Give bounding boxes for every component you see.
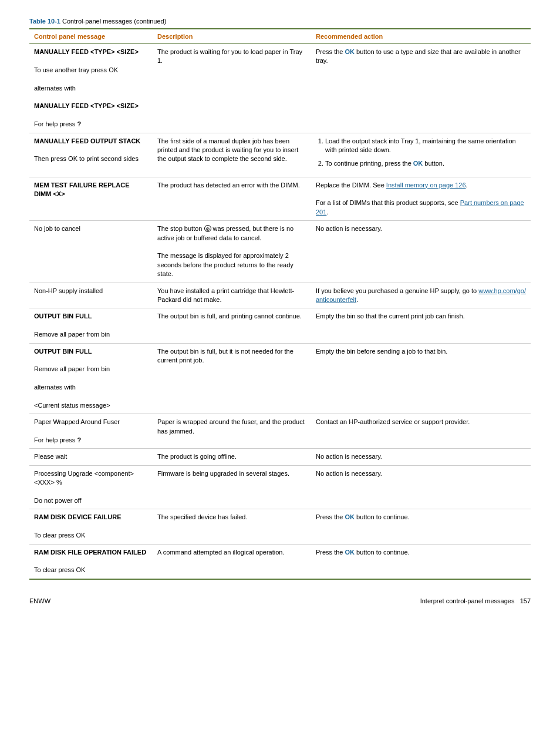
table-row: MANUALLY FEED OUTPUT STACK Then press OK…: [29, 133, 531, 177]
message-text: Please wait: [34, 452, 148, 461]
table-label: Table 10-1: [29, 18, 60, 25]
message-sub: Do not power off: [34, 488, 148, 506]
action-text: If you believe you purchased a genuine H…: [316, 287, 526, 303]
description-cell: The first side of a manual duplex job ha…: [153, 133, 311, 177]
table-row: OUTPUT BIN FULL Remove all paper from bi…: [29, 308, 531, 343]
footer-page-number: 157: [520, 597, 531, 604]
action-cell: Replace the DIMM. See Install memory on …: [311, 177, 531, 221]
action-text: No action is necessary.: [316, 470, 382, 477]
col-header-action: Recommended action: [311, 29, 531, 44]
action-cell: Press the OK button to continue.: [311, 544, 531, 579]
hp-anticounterfeit-link[interactable]: www.hp.com/go/anticounterfeit: [316, 287, 526, 303]
action-text: Press the OK button to continue.: [316, 513, 410, 520]
message-alt-label: alternates with: [34, 374, 148, 392]
description-text-1: The stop button ⊗ was pressed, but there…: [157, 224, 306, 243]
message-text: RAM DISK DEVICE FAILURE: [34, 513, 148, 522]
action-cell: Empty the bin before sending a job to th…: [311, 343, 531, 414]
action-cell: Load the output stack into Tray 1, maint…: [311, 133, 531, 177]
description-cell: You have installed a print cartridge tha…: [153, 283, 311, 308]
message-cell: RAM DISK DEVICE FAILURE To clear press O…: [29, 509, 153, 544]
footer-left: ENWW: [29, 597, 50, 604]
message-alt-text: MANUALLY FEED <TYPE> <SIZE>: [34, 93, 148, 111]
ok-label: OK: [413, 160, 423, 167]
description-text: The product is going offline.: [157, 453, 237, 460]
message-text: Paper Wrapped Around Fuser: [34, 418, 148, 426]
action-cell: Press the OK button to continue.: [311, 509, 531, 544]
message-text: RAM DISK FILE OPERATION FAILED: [34, 548, 148, 557]
description-cell: The specified device has failed.: [153, 509, 311, 544]
message-text: OUTPUT BIN FULL: [34, 347, 148, 356]
message-cell: MEM TEST FAILURE REPLACE DIMM <X>: [29, 177, 153, 221]
action-list: Load the output stack into Tray 1, maint…: [316, 137, 526, 169]
control-panel-messages-table: Control panel message Description Recomm…: [29, 28, 531, 580]
ok-label: OK: [345, 48, 355, 55]
message-cell: Processing Upgrade <component><XXX> % Do…: [29, 465, 153, 509]
action-list-item: To continue printing, press the OK butto…: [325, 159, 526, 168]
message-help: For help press ?: [34, 111, 148, 129]
action-text: Contact an HP-authorized service or supp…: [316, 418, 470, 425]
message-sub: To clear press OK: [34, 557, 148, 575]
action-text: Press the OK button to use a type and si…: [316, 48, 521, 64]
stop-icon: ⊗: [204, 225, 211, 232]
message-sub: Remove all paper from bin: [34, 356, 148, 374]
description-text: Paper is wrapped around the fuser, and t…: [157, 418, 305, 434]
message-text: Non-HP supply installed: [34, 287, 148, 295]
description-cell: The product has detected an error with t…: [153, 177, 311, 221]
message-sub: To use another tray press OK: [34, 56, 148, 75]
table-row: RAM DISK DEVICE FAILURE To clear press O…: [29, 509, 531, 544]
message-text: Processing Upgrade <component><XXX> %: [34, 469, 148, 488]
col-header-message: Control panel message: [29, 29, 153, 44]
description-text: You have installed a print cartridge tha…: [157, 287, 294, 303]
table-row: Processing Upgrade <component><XXX> % Do…: [29, 465, 531, 509]
message-cell: Non-HP supply installed: [29, 283, 153, 308]
action-text-1: Replace the DIMM. See Install memory on …: [316, 181, 526, 190]
description-cell: The output bin is full, but it is not ne…: [153, 343, 311, 414]
ok-label: OK: [345, 549, 355, 556]
action-cell: Press the OK button to use a type and si…: [311, 44, 531, 133]
table-title-text: Control-panel messages (continued): [62, 18, 166, 25]
description-text: Firmware is being upgraded in several st…: [157, 470, 289, 477]
description-cell: The output bin is full, and printing can…: [153, 308, 311, 343]
install-memory-link[interactable]: Install memory on page 126: [386, 182, 466, 189]
action-text: No action is necessary.: [316, 453, 382, 460]
footer-section-text: Interpret control-panel messages: [420, 597, 515, 604]
action-text-2: For a list of DIMMs that this product su…: [316, 199, 526, 217]
action-cell: No action is necessary.: [311, 465, 531, 509]
description-text: A command attempted an illogical operati…: [157, 549, 284, 556]
message-text: MANUALLY FEED <TYPE> <SIZE>: [34, 48, 148, 56]
table-row: No job to cancel The stop button ⊗ was p…: [29, 221, 531, 283]
message-cell: No job to cancel: [29, 221, 153, 283]
message-cell: OUTPUT BIN FULL Remove all paper from bi…: [29, 343, 153, 414]
message-text: MANUALLY FEED OUTPUT STACK: [34, 137, 148, 146]
description-cell: The product is going offline.: [153, 449, 311, 465]
table-row: RAM DISK FILE OPERATION FAILED To clear …: [29, 544, 531, 579]
action-cell: No action is necessary.: [311, 221, 531, 283]
description-text-2: The message is displayed for approximate…: [157, 251, 306, 278]
description-text: The output bin is full, but it is not ne…: [157, 348, 294, 364]
description-text: The product has detected an error with t…: [157, 182, 300, 189]
ok-label: OK: [345, 513, 355, 520]
footer-right: Interpret control-panel messages 157: [420, 597, 531, 604]
action-text: Press the OK button to continue.: [316, 549, 410, 556]
table-row: Please wait The product is going offline…: [29, 449, 531, 465]
message-alt-label: alternates with: [34, 75, 148, 93]
action-list-item: Load the output stack into Tray 1, maint…: [325, 137, 526, 155]
message-sub: For help press ?: [34, 427, 148, 445]
action-cell: No action is necessary.: [311, 449, 531, 465]
message-sub: To clear press OK: [34, 522, 148, 540]
description-text: The specified device has failed.: [157, 513, 247, 520]
description-text: The first side of a manual duplex job ha…: [157, 137, 298, 163]
table-row: OUTPUT BIN FULL Remove all paper from bi…: [29, 343, 531, 414]
table-row: MANUALLY FEED <TYPE> <SIZE> To use anoth…: [29, 44, 531, 133]
action-cell: Empty the bin so that the current print …: [311, 308, 531, 343]
message-cell: OUTPUT BIN FULL Remove all paper from bi…: [29, 308, 153, 343]
message-sub: Then press OK to print second sides: [34, 146, 148, 164]
action-cell: If you believe you purchased a genuine H…: [311, 283, 531, 308]
table-row: Non-HP supply installed You have install…: [29, 283, 531, 308]
message-alt-text: <Current status message>: [34, 392, 148, 411]
description-cell: The stop button ⊗ was pressed, but there…: [153, 221, 311, 283]
action-text: Empty the bin so that the current print …: [316, 312, 465, 320]
part-numbers-link[interactable]: Part numbers on page 201: [316, 199, 524, 215]
message-cell: Please wait: [29, 449, 153, 465]
page-footer: ENWW Interpret control-panel messages 15…: [29, 597, 531, 604]
